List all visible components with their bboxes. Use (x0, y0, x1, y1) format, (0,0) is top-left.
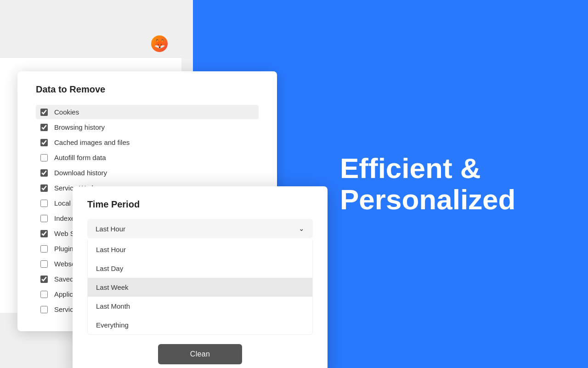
dropdown-option[interactable]: Last Hour (88, 240, 312, 259)
checkbox-2[interactable] (40, 139, 48, 146)
checkbox-0[interactable] (40, 109, 48, 116)
checkbox-10[interactable] (40, 260, 48, 268)
dropdown-option[interactable]: Last Day (88, 259, 312, 278)
checkbox-6[interactable] (40, 200, 48, 207)
avatar: 🦊 (151, 35, 168, 52)
checkbox-12[interactable] (40, 291, 48, 298)
dropdown-option[interactable]: Last Month (88, 297, 312, 316)
time-period-dialog: Time Period Last Hour ⌄ Last HourLast Da… (73, 186, 328, 368)
time-dialog-title: Time Period (87, 199, 313, 210)
checkbox-item: Download history (36, 166, 259, 180)
tagline-line2: Personalized (340, 184, 560, 215)
selected-option-label: Last Hour (96, 225, 125, 233)
checkbox-label: Cached images and files (54, 138, 130, 146)
checkbox-item: Cached images and files (36, 135, 259, 150)
checkbox-5[interactable] (40, 184, 48, 192)
checkbox-4[interactable] (40, 169, 48, 177)
checkbox-3[interactable] (40, 154, 48, 161)
checkbox-label: Browsing history (54, 123, 105, 131)
checkbox-label: Cookies (54, 108, 79, 116)
checkbox-label: Autofill form data (54, 154, 106, 161)
checkbox-7[interactable] (40, 215, 48, 222)
dropdown-option[interactable]: Everything (88, 316, 312, 334)
checkbox-label: Download history (54, 169, 107, 177)
checkbox-11[interactable] (40, 276, 48, 283)
time-select-bar[interactable]: Last Hour ⌄ (87, 219, 313, 238)
tagline: Efficient & Personalized (340, 153, 560, 215)
clean-button[interactable]: Clean (158, 344, 242, 364)
chevron-down-icon: ⌄ (299, 224, 305, 233)
checkbox-item: Autofill form data (36, 150, 259, 165)
checkbox-9[interactable] (40, 245, 48, 253)
checkbox-8[interactable] (40, 230, 48, 237)
checkbox-item: Browsing history (36, 120, 259, 134)
data-panel-title: Data to Remove (36, 84, 259, 95)
browser-chrome: 🦊 (0, 30, 181, 58)
dropdown-option[interactable]: Last Week (88, 278, 312, 297)
checkbox-13[interactable] (40, 306, 48, 313)
tagline-line1: Efficient & (340, 153, 560, 184)
checkbox-item: Cookies (36, 105, 259, 119)
dropdown-list: Last HourLast DayLast WeekLast MonthEver… (87, 240, 313, 335)
checkbox-1[interactable] (40, 124, 48, 131)
